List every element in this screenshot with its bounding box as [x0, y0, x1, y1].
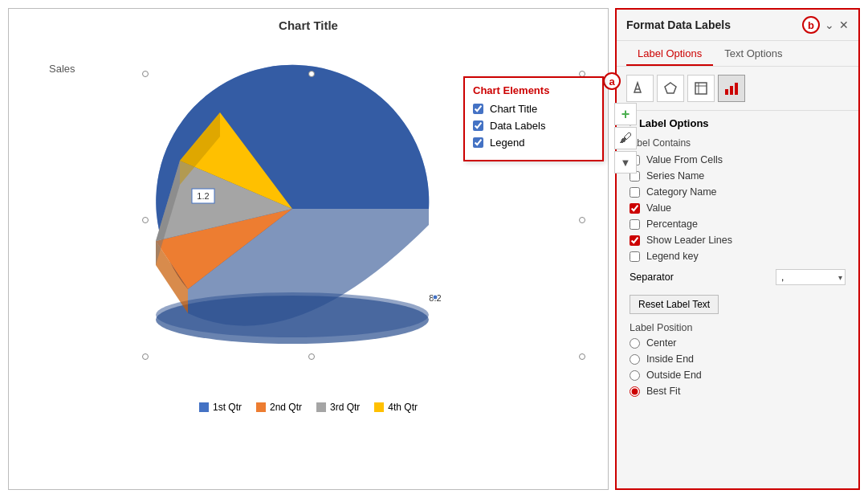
option-series-name: Series Name [626, 168, 849, 184]
legend-item-4th: 4th Qtr [374, 402, 418, 413]
legend-color-1st [199, 402, 209, 412]
label-icon-btn[interactable] [718, 75, 745, 102]
position-inside-end: Inside End [626, 351, 849, 367]
radio-best-fit[interactable] [630, 386, 640, 397]
chart-handle-mid-left[interactable] [142, 217, 149, 223]
popup-item-chart-title: Chart Title [473, 103, 594, 115]
legend-item-3rd: 3rd Qtr [316, 402, 360, 413]
popup-title: Chart Elements [473, 84, 594, 96]
separator-row: Separator , ; . (New Line) [626, 264, 849, 290]
panel-chevron-icon[interactable]: ⌄ [825, 18, 834, 31]
position-outside-end: Outside End [626, 367, 849, 383]
sales-label: Sales [49, 63, 75, 75]
tab-label-options[interactable]: Label Options [626, 41, 713, 66]
svg-text:1.2: 1.2 [197, 191, 209, 201]
shape-icon-btn[interactable] [657, 75, 684, 102]
chart-handle-top-center[interactable] [308, 71, 315, 77]
legend-color-4th [374, 402, 384, 412]
radio-center[interactable] [630, 338, 640, 349]
panel-label-options-section: ▼ Label Options Label Contains Value Fro… [617, 111, 858, 399]
pie-chart: 1.2 8.2 [116, 56, 501, 378]
option-legend-key: Legend key [626, 248, 849, 264]
chart-handle-bottom-right[interactable] [579, 353, 585, 360]
position-center: Center [626, 335, 849, 351]
legend-color-3rd [316, 402, 326, 412]
svg-rect-7 [695, 83, 707, 94]
separator-select[interactable]: , ; . (New Line) [776, 269, 846, 285]
popup-item-data-labels: Data Labels [473, 120, 594, 132]
radio-inside-end[interactable] [630, 354, 640, 365]
brush-button[interactable]: 🖌 [614, 127, 637, 149]
chart-toolbar: a + 🖌 ▼ [614, 80, 637, 173]
position-best-fit: Best Fit [626, 383, 849, 399]
option-value-from-cells: Value From Cells [626, 152, 849, 168]
panel-header: Format Data Labels b ⌄ ✕ [617, 10, 858, 41]
data-labels-checkbox[interactable] [473, 120, 483, 131]
chart-handle-bottom-center[interactable] [308, 353, 315, 360]
svg-marker-6 [665, 83, 676, 93]
svg-point-5 [433, 295, 438, 300]
checkbox-percentage[interactable] [630, 219, 640, 230]
chart-area: Chart Title Sales 1.2 [8, 8, 609, 490]
svg-rect-10 [725, 89, 728, 95]
checkbox-legend-key[interactable] [630, 251, 640, 262]
chart-handle-top-left[interactable] [142, 71, 149, 77]
chart-legend: 1st Qtr 2nd Qtr 3rd Qtr 4th Qtr [9, 402, 608, 421]
checkbox-value[interactable] [630, 203, 640, 214]
filter-button[interactable]: ▼ [614, 151, 637, 173]
circle-label-a: a [603, 72, 621, 90]
legend-item-2nd: 2nd Qtr [256, 402, 302, 413]
legend-color-2nd [256, 402, 266, 412]
radio-outside-end[interactable] [630, 370, 640, 381]
panel-title: Format Data Labels [626, 18, 731, 31]
format-panel: Format Data Labels b ⌄ ✕ Label Options T… [615, 8, 860, 490]
legend-item-1st: 1st Qtr [199, 402, 242, 413]
panel-icon-row [617, 67, 858, 111]
checkbox-category-name[interactable] [630, 187, 640, 198]
svg-rect-12 [735, 83, 738, 95]
add-elements-button[interactable]: + [614, 103, 637, 125]
chart-elements-popup: Chart Elements Chart Title Data Labels L… [463, 76, 604, 161]
reset-label-text-button[interactable]: Reset Label Text [630, 295, 719, 314]
section-header-label-options[interactable]: ▼ Label Options [626, 111, 849, 133]
label-position-label: Label Position [626, 319, 849, 335]
option-category-name: Category Name [626, 184, 849, 200]
chart-handle-bottom-left[interactable] [142, 353, 149, 360]
legend-checkbox[interactable] [473, 137, 483, 148]
option-value: Value [626, 200, 849, 216]
chart-handle-mid-right[interactable] [579, 217, 585, 223]
checkbox-show-leader-lines[interactable] [630, 235, 640, 246]
option-percentage: Percentage [626, 216, 849, 232]
panel-close-button[interactable]: ✕ [839, 18, 849, 31]
panel-tabs: Label Options Text Options [617, 41, 858, 67]
svg-rect-11 [730, 86, 733, 95]
chart-title-checkbox[interactable] [473, 104, 483, 114]
option-show-leader-lines: Show Leader Lines [626, 232, 849, 248]
chart-title: Chart Title [9, 18, 608, 32]
separator-wrapper: , ; . (New Line) [776, 269, 846, 285]
subsection-label-contains: Label Contains [626, 137, 849, 149]
size-icon-btn[interactable] [687, 75, 715, 102]
circle-label-b: b [802, 16, 820, 34]
popup-item-legend: Legend [473, 137, 594, 149]
tab-text-options[interactable]: Text Options [713, 41, 793, 66]
chart-container: Sales 1.2 8.2 [9, 32, 608, 402]
